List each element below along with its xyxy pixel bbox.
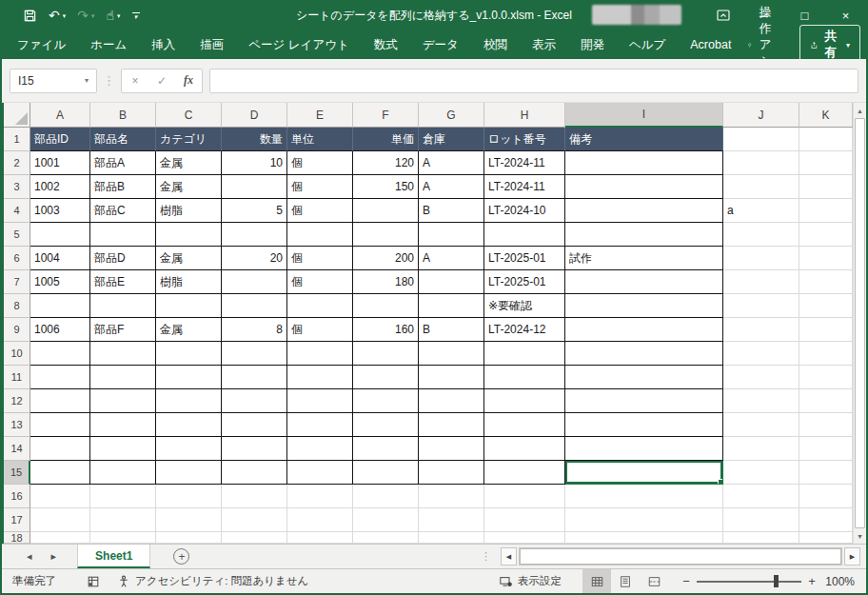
cell-D2[interactable]: 10 <box>222 151 287 175</box>
zoom-level[interactable]: 100% <box>822 575 866 588</box>
cell-E4[interactable]: 個 <box>287 199 353 223</box>
cell-B17[interactable] <box>90 508 156 532</box>
tab-home[interactable]: ホーム <box>78 30 139 59</box>
cell-J1[interactable] <box>723 128 799 151</box>
cell-K10[interactable] <box>799 342 853 366</box>
cell-C17[interactable] <box>156 508 222 532</box>
row-header-9[interactable]: 9 <box>4 318 30 342</box>
cell-B1[interactable]: 部品名 <box>90 128 156 151</box>
cell-I3[interactable] <box>565 175 723 199</box>
display-settings-button[interactable]: 表示設定 <box>485 574 575 588</box>
cell-C4[interactable]: 樹脂 <box>156 199 222 223</box>
cell-G5[interactable] <box>419 223 484 247</box>
cell-E12[interactable] <box>287 389 353 413</box>
cell-B16[interactable] <box>90 485 156 508</box>
cell-F18[interactable] <box>353 532 419 544</box>
tab-page-layout[interactable]: ページ レイアウト <box>236 30 362 59</box>
cell-H10[interactable] <box>484 342 565 366</box>
cell-G1[interactable]: 倉庫 <box>419 128 484 151</box>
formula-bar-splitter[interactable]: ⋮ <box>103 73 115 88</box>
column-header-A[interactable]: A <box>30 103 90 128</box>
cell-H16[interactable] <box>484 485 565 508</box>
column-header-H[interactable]: H <box>484 103 565 128</box>
cell-F14[interactable] <box>353 437 419 461</box>
cell-J18[interactable] <box>723 532 799 544</box>
cell-I10[interactable] <box>565 342 723 366</box>
cell-I7[interactable] <box>565 270 723 294</box>
row-header-18[interactable]: 18 <box>4 532 30 544</box>
cell-J4[interactable]: a <box>723 199 799 223</box>
cell-F15[interactable] <box>353 461 419 485</box>
row-header-11[interactable]: 11 <box>4 366 30 389</box>
column-header-C[interactable]: C <box>156 103 222 128</box>
cell-E9[interactable]: 個 <box>287 318 353 342</box>
cell-A4[interactable]: 1003 <box>30 199 90 223</box>
ribbon-display-options-button[interactable] <box>702 0 743 30</box>
cell-K14[interactable] <box>799 437 853 461</box>
cell-E5[interactable] <box>287 223 353 247</box>
column-header-F[interactable]: F <box>353 103 419 128</box>
cell-C18[interactable] <box>156 532 222 544</box>
cell-C7[interactable]: 樹脂 <box>156 270 222 294</box>
cell-A9[interactable]: 1006 <box>30 318 90 342</box>
tab-file[interactable]: ファイル <box>5 30 78 59</box>
cell-C9[interactable]: 金属 <box>156 318 222 342</box>
scroll-left-button[interactable]: ◀ <box>501 547 517 565</box>
cell-B14[interactable] <box>90 437 156 461</box>
cell-I17[interactable] <box>565 508 723 532</box>
column-header-J[interactable]: J <box>723 103 799 128</box>
column-header-K[interactable]: K <box>799 103 853 128</box>
cell-F4[interactable] <box>353 199 419 223</box>
cell-D13[interactable] <box>222 413 287 437</box>
cell-B12[interactable] <box>90 389 156 413</box>
cell-E17[interactable] <box>287 508 353 532</box>
row-header-12[interactable]: 12 <box>4 389 30 413</box>
cell-K4[interactable] <box>799 199 853 223</box>
column-header-E[interactable]: E <box>287 103 353 128</box>
cell-D15[interactable] <box>222 461 287 485</box>
cell-J9[interactable] <box>723 318 799 342</box>
zoom-out-button[interactable]: − <box>676 574 697 588</box>
cell-F2[interactable]: 120 <box>353 151 419 175</box>
cell-F3[interactable]: 150 <box>353 175 419 199</box>
cell-B9[interactable]: 部品F <box>90 318 156 342</box>
cell-J6[interactable] <box>723 247 799 270</box>
cell-I6[interactable]: 試作 <box>565 247 723 270</box>
cell-G16[interactable] <box>419 485 484 508</box>
zoom-in-button[interactable]: + <box>801 574 822 588</box>
row-header-17[interactable]: 17 <box>4 508 30 532</box>
row-header-7[interactable]: 7 <box>4 270 30 294</box>
horizontal-scrollbar[interactable] <box>519 547 842 565</box>
cell-H9[interactable]: LT-2024-12 <box>484 318 565 342</box>
cell-D5[interactable] <box>222 223 287 247</box>
page-layout-view-button[interactable] <box>611 569 640 593</box>
cell-C6[interactable]: 金属 <box>156 247 222 270</box>
cell-F12[interactable] <box>353 389 419 413</box>
cell-C11[interactable] <box>156 366 222 389</box>
cell-G14[interactable] <box>419 437 484 461</box>
cell-I15[interactable] <box>565 461 723 485</box>
cell-H2[interactable]: LT-2024-11 <box>484 151 565 175</box>
enter-button[interactable]: ✓ <box>148 74 175 88</box>
cancel-button[interactable]: × <box>122 74 148 88</box>
cell-K5[interactable] <box>799 223 853 247</box>
cell-F17[interactable] <box>353 508 419 532</box>
cell-G4[interactable]: B <box>419 199 484 223</box>
cell-I16[interactable] <box>565 485 723 508</box>
cell-G9[interactable]: B <box>419 318 484 342</box>
cell-I8[interactable] <box>565 294 723 318</box>
new-sheet-button[interactable]: + <box>173 548 189 565</box>
cell-J11[interactable] <box>723 366 799 389</box>
cell-K17[interactable] <box>799 508 853 532</box>
cell-J3[interactable] <box>723 175 799 199</box>
cell-A7[interactable]: 1005 <box>30 270 90 294</box>
cell-D8[interactable] <box>222 294 287 318</box>
row-header-15[interactable]: 15 <box>4 461 30 485</box>
column-header-G[interactable]: G <box>419 103 484 128</box>
accessibility-status[interactable]: アクセシビリティ: 問題ありません <box>109 574 316 588</box>
cell-H7[interactable]: LT-2025-01 <box>484 270 565 294</box>
cell-B5[interactable] <box>90 223 156 247</box>
cell-G17[interactable] <box>419 508 484 532</box>
cell-G11[interactable] <box>419 366 484 389</box>
cell-E15[interactable] <box>287 461 353 485</box>
